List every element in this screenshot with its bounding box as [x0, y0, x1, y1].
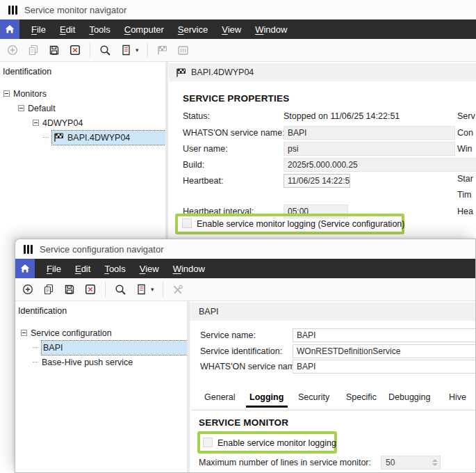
menu-window[interactable]: Window	[166, 264, 212, 274]
search-button[interactable]	[99, 44, 111, 56]
tab-hive[interactable]: Hive	[449, 392, 466, 402]
whatson-input[interactable]: BAPI	[284, 126, 455, 140]
copy-button[interactable]	[27, 44, 40, 56]
tools-icon	[172, 284, 183, 296]
window1-content: Identification Monitors Default 4DWYP04	[0, 62, 476, 243]
monitor-flag-button[interactable]	[156, 44, 169, 56]
toolbar: ▾	[0, 39, 476, 62]
whatson-service-name-input[interactable]: BAPI	[293, 360, 475, 374]
menu-items: File Edit Tools View Window	[40, 259, 212, 278]
collapse-icon[interactable]	[33, 120, 39, 126]
whatson-label: WHATS'ON service name:	[183, 126, 285, 140]
delete-button[interactable]	[84, 283, 97, 296]
service-name-label: Service name:	[200, 328, 256, 342]
enable-logging-checkbox[interactable]	[182, 218, 192, 228]
tree-item-label: BAPI	[43, 343, 63, 353]
tree-selection[interactable]: BAPI	[42, 341, 187, 355]
window-service-monitor-navigator: Service monitor navigator File Edit Tool…	[0, 0, 476, 243]
properties-dropdown-icon[interactable]: ▾	[136, 47, 139, 54]
spinner-buttons[interactable]	[432, 456, 438, 469]
tab-general[interactable]: General	[204, 392, 235, 402]
whatson-service-name-label: WHATS'ON service name:	[200, 360, 302, 374]
toolbar: ▾	[15, 278, 475, 301]
status-label: Status:	[183, 109, 210, 123]
status-value: Stopped on 11/06/25 14:22:51	[284, 109, 400, 123]
menu-tools[interactable]: Tools	[82, 24, 117, 35]
enable-logging-label: Enable service monitor logging (Service …	[197, 219, 404, 229]
delete-icon	[69, 45, 81, 56]
menu-service[interactable]: Service	[171, 24, 215, 35]
max-lines-spinner[interactable]: 50	[381, 456, 441, 470]
menu-tools[interactable]: Tools	[97, 264, 132, 274]
collapse-icon[interactable]	[21, 330, 27, 336]
identification-pane: Identification Service configuration BAP…	[15, 301, 187, 472]
tree-item-monitors[interactable]: Monitors	[0, 86, 165, 101]
save-button[interactable]	[48, 44, 60, 56]
right-column-label: Con	[457, 126, 473, 140]
window-title: Service configuration navigator	[40, 244, 164, 255]
right-column-label: Tim	[457, 188, 471, 202]
flag-icon	[156, 45, 168, 56]
tree-connector	[33, 362, 38, 362]
menu-window[interactable]: Window	[248, 24, 294, 35]
user-name-label: User name:	[183, 142, 228, 156]
tree-item-bapi-4dwyp04[interactable]: BAPI.4DWYP04	[0, 130, 165, 145]
menu-edit[interactable]: Edit	[68, 264, 97, 274]
tabs-separator-line	[191, 410, 475, 410]
tree-item-4dwyp04[interactable]: 4DWYP04	[0, 115, 165, 130]
tools-button[interactable]	[172, 283, 184, 296]
add-button[interactable]	[22, 283, 34, 296]
search-button[interactable]	[114, 283, 126, 296]
tab-logging[interactable]: Logging	[249, 392, 284, 402]
tree-item-default[interactable]: Default	[0, 101, 165, 115]
enable-logging-checkbox[interactable]	[203, 438, 213, 447]
user-name-input[interactable]: psi	[284, 142, 455, 156]
toolbar-separator	[147, 42, 148, 58]
save-button[interactable]	[63, 283, 76, 296]
tree-connector	[43, 137, 49, 138]
build-input[interactable]: 2025r5.000.000.25	[284, 158, 476, 172]
properties-button[interactable]	[135, 283, 147, 296]
home-button[interactable]	[0, 19, 19, 39]
menu-view[interactable]: View	[215, 24, 248, 35]
delete-button[interactable]	[69, 44, 81, 56]
service-identification-input[interactable]: WOnRESTDefinitionService	[293, 344, 475, 358]
titlebar: Service monitor navigator	[0, 0, 476, 19]
computer-button[interactable]	[177, 44, 190, 56]
identification-pane: Identification Monitors Default 4DWYP04	[0, 62, 165, 243]
tab-security[interactable]: Security	[298, 392, 329, 402]
right-column-label: Serv	[457, 109, 475, 123]
tree-item-base-hive[interactable]: Base-Hive push service	[15, 355, 187, 369]
collapse-icon[interactable]	[18, 105, 24, 111]
heartbeat-input[interactable]: 11/06/25 14:22:51	[284, 174, 350, 188]
tree-item-service-configuration[interactable]: Service configuration	[15, 326, 187, 340]
section-title: SERVICE MONITOR	[199, 417, 288, 428]
tree-item-bapi[interactable]: BAPI	[15, 340, 187, 355]
panel-body: SERVICE PROPERTIES Status: Stopped on 11…	[169, 81, 476, 243]
service-name-input[interactable]: BAPI	[293, 328, 475, 342]
max-lines-label: Maximum number of lines in service monit…	[199, 456, 371, 470]
tab-debugging[interactable]: Debugging	[388, 392, 430, 402]
right-column-label: Win	[457, 142, 473, 156]
tree-selection[interactable]: BAPI.4DWYP04	[52, 131, 165, 145]
tree-item-label: Monitors	[13, 89, 47, 99]
tab-specific[interactable]: Specific	[346, 392, 377, 402]
spin-up-icon	[432, 459, 438, 462]
menu-file[interactable]: File	[24, 24, 53, 35]
home-button[interactable]	[15, 259, 35, 278]
titlebar: Service configuration navigator	[15, 239, 475, 259]
menu-file[interactable]: File	[40, 264, 68, 274]
copy-icon	[28, 45, 39, 56]
menu-computer[interactable]: Computer	[117, 24, 171, 35]
add-button[interactable]	[6, 44, 19, 56]
copy-button[interactable]	[42, 283, 55, 296]
configuration-tree: Service configuration BAPI Base-Hive pus…	[15, 326, 187, 369]
window2-content: Identification Service configuration BAP…	[15, 301, 475, 472]
properties-button[interactable]	[120, 44, 132, 56]
tree-item-label: Base-Hive push service	[42, 358, 133, 367]
menu-edit[interactable]: Edit	[53, 24, 82, 35]
collapse-icon[interactable]	[3, 90, 10, 97]
menu-view[interactable]: View	[133, 264, 166, 274]
properties-dropdown-icon[interactable]: ▾	[151, 287, 154, 293]
pane-splitter[interactable]	[165, 62, 168, 243]
